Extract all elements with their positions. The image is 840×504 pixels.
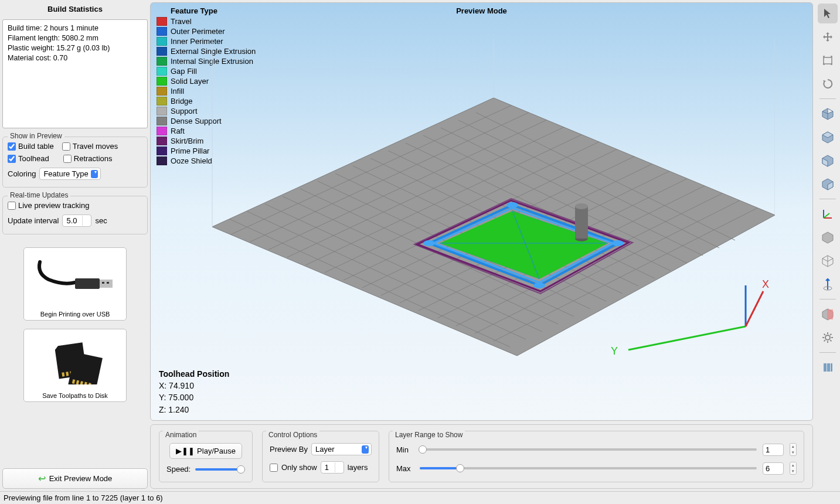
legend-swatch <box>157 77 167 86</box>
min-slider[interactable] <box>420 448 757 451</box>
retractions-checkbox[interactable] <box>63 155 72 163</box>
3d-viewport[interactable]: Feature Type TravelOuter PerimeterInner … <box>150 2 813 421</box>
svg-rect-67 <box>575 206 588 239</box>
usb-print-card[interactable]: Begin Printing over USB <box>23 247 127 321</box>
legend-swatch <box>157 127 167 135</box>
play-pause-button[interactable]: ▶❚❚ Play/Pause <box>169 443 242 459</box>
build-table-checkbox[interactable] <box>8 142 16 151</box>
axis-tool[interactable] <box>818 204 838 224</box>
legend-swatch <box>157 17 167 26</box>
status-bar: Previewing file from line 1 to 7225 (lay… <box>0 491 840 504</box>
cursor-tool[interactable] <box>818 4 838 23</box>
right-toolbar <box>815 0 840 491</box>
svg-point-62 <box>423 240 435 246</box>
show-in-preview-section: Show in Preview Build table Travel moves… <box>2 137 148 188</box>
svg-point-68 <box>575 203 588 209</box>
svg-rect-75 <box>827 309 833 319</box>
live-preview-checkbox[interactable] <box>8 202 16 210</box>
fit-view-tool[interactable] <box>818 50 838 70</box>
retractions-label: Retractions <box>74 154 113 163</box>
preview-by-label: Preview By <box>270 445 308 454</box>
machine-tool[interactable] <box>818 357 838 377</box>
view-top-tool[interactable] <box>818 127 838 147</box>
svg-rect-1 <box>100 280 113 288</box>
legend-swatch <box>157 67 167 76</box>
legend-title: Feature Type <box>157 6 256 15</box>
move-tool[interactable] <box>818 27 838 47</box>
view-side-tool[interactable] <box>818 174 838 194</box>
svg-rect-86 <box>827 363 830 372</box>
toolhead-label: Toolhead <box>18 154 49 163</box>
legend-swatch <box>157 57 167 66</box>
wireframe-view-tool[interactable] <box>818 251 838 271</box>
legend-label: Travel <box>171 17 192 26</box>
legend-swatch <box>157 117 167 125</box>
legend-swatch <box>157 87 167 96</box>
max-value[interactable]: 6 <box>763 462 784 475</box>
toolhead-y: Y: 75.000 <box>159 391 229 403</box>
save-disk-card[interactable]: Save Toolpaths to Disk <box>23 329 127 402</box>
build-plate-render: Y X <box>189 39 775 367</box>
max-spinner[interactable]: ▴▾ <box>790 462 797 475</box>
max-label: Max <box>396 464 414 473</box>
back-arrow-icon: ↩ <box>38 473 46 484</box>
svg-line-82 <box>830 340 831 341</box>
legend-swatch <box>157 107 167 115</box>
layer-range-group: Layer Range to Show Min 1 ▴▾ Max <box>389 431 804 482</box>
bottom-panel: Animation ▶❚❚ Play/Pause Speed: Control … <box>150 424 813 489</box>
view-iso-tool[interactable] <box>818 104 838 124</box>
stat-build-time: Build time: 2 hours 1 minute <box>8 23 142 33</box>
toolhead-checkbox[interactable] <box>8 155 16 163</box>
only-show-input[interactable]: 1 <box>321 461 344 474</box>
svg-point-76 <box>825 335 830 340</box>
update-interval-label: Update interval <box>8 216 59 225</box>
legend-swatch <box>157 27 167 36</box>
legend-swatch <box>157 137 167 145</box>
legend-swatch <box>157 97 167 105</box>
legend-swatch <box>157 156 167 165</box>
svg-text:X: X <box>762 278 769 290</box>
speed-label: Speed: <box>166 465 191 474</box>
travel-moves-checkbox[interactable] <box>62 142 70 151</box>
legend-label: Outer Perimeter <box>171 27 225 36</box>
toolhead-x: X: 74.910 <box>159 380 229 391</box>
normals-tool[interactable] <box>818 274 838 294</box>
play-pause-icon: ▶❚❚ <box>176 447 195 455</box>
cross-section-tool[interactable] <box>818 304 838 324</box>
svg-rect-87 <box>831 363 832 372</box>
svg-line-72 <box>824 213 829 218</box>
sidebar: Build Statistics Build time: 2 hours 1 m… <box>0 0 150 491</box>
min-label: Min <box>396 445 414 454</box>
live-preview-label: Live preview tracking <box>18 201 89 210</box>
preview-by-select[interactable]: Layer <box>311 443 372 455</box>
animation-group: Animation ▶❚❚ Play/Pause Speed: <box>159 431 253 482</box>
legend-item: Travel <box>157 16 256 26</box>
toolhead-z: Z: 1.240 <box>159 404 229 416</box>
min-spinner[interactable]: ▴▾ <box>790 443 797 456</box>
settings-tool[interactable] <box>818 328 838 348</box>
travel-moves-label: Travel moves <box>73 142 118 151</box>
reset-view-tool[interactable] <box>818 74 838 94</box>
update-interval-input[interactable]: 5.0 <box>62 214 91 227</box>
status-text: Previewing file from line 1 to 7225 (lay… <box>4 493 163 502</box>
svg-line-50 <box>746 291 763 326</box>
section-title: Show in Preview <box>8 132 64 140</box>
usb-icon <box>26 250 124 309</box>
only-show-checkbox[interactable] <box>270 464 278 472</box>
solid-view-tool[interactable] <box>818 227 838 247</box>
max-slider[interactable] <box>420 467 757 469</box>
exit-preview-button[interactable]: ↩ Exit Preview Mode <box>2 468 148 489</box>
stat-weight: Plastic weight: 15.27 g (0.03 lb) <box>8 43 142 53</box>
toolhead-position: Toolhead Position X: 74.910 Y: 75.000 Z:… <box>159 368 229 416</box>
speed-slider[interactable] <box>195 468 245 471</box>
view-front-tool[interactable] <box>818 151 838 171</box>
svg-point-65 <box>533 282 545 288</box>
only-show-label: Only show <box>281 463 317 472</box>
stat-filament: Filament length: 5080.2 mm <box>8 33 142 43</box>
svg-rect-85 <box>824 363 827 372</box>
coloring-select[interactable]: Feature Type <box>39 168 100 180</box>
preview-mode-title: Preview Mode <box>456 6 507 15</box>
min-value[interactable]: 1 <box>763 444 784 456</box>
svg-rect-69 <box>824 57 832 64</box>
legend-swatch <box>157 37 167 46</box>
